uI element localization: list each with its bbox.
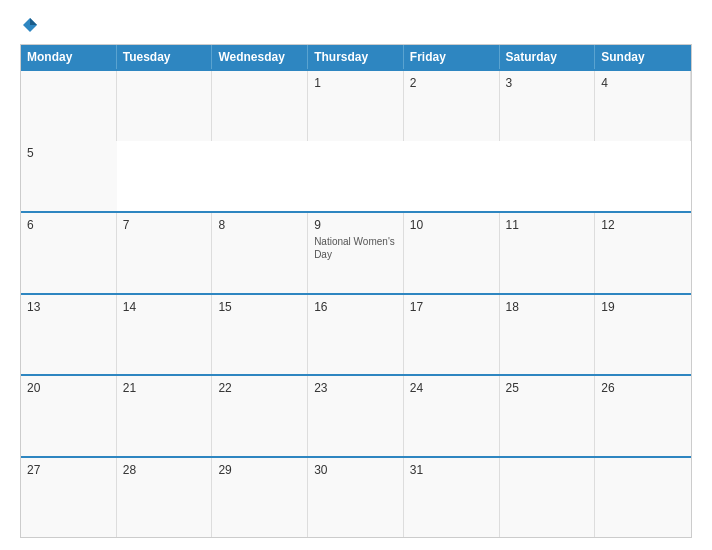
cal-cell: 1 <box>308 71 404 141</box>
page: MondayTuesdayWednesdayThursdayFridaySatu… <box>0 0 712 550</box>
cal-cell: 4 <box>595 71 691 141</box>
cal-cell: 11 <box>500 213 596 293</box>
cal-cell <box>21 71 117 141</box>
cal-cell: 31 <box>404 458 500 538</box>
cal-cell: 12 <box>595 213 691 293</box>
day-header-monday: Monday <box>21 45 117 69</box>
cal-cell: 10 <box>404 213 500 293</box>
day-number: 18 <box>506 300 589 314</box>
day-number: 15 <box>218 300 301 314</box>
day-header-saturday: Saturday <box>500 45 596 69</box>
cal-cell: 20 <box>21 376 117 456</box>
calendar: MondayTuesdayWednesdayThursdayFridaySatu… <box>20 44 692 538</box>
day-number: 19 <box>601 300 685 314</box>
cal-cell: 14 <box>117 295 213 375</box>
day-number: 11 <box>506 218 589 232</box>
cal-cell: 16 <box>308 295 404 375</box>
cal-cell: 15 <box>212 295 308 375</box>
day-number: 23 <box>314 381 397 395</box>
day-number: 1 <box>314 76 397 90</box>
day-header-tuesday: Tuesday <box>117 45 213 69</box>
day-number: 26 <box>601 381 685 395</box>
cal-cell: 29 <box>212 458 308 538</box>
cal-cell: 27 <box>21 458 117 538</box>
day-number: 12 <box>601 218 685 232</box>
logo <box>20 16 41 34</box>
week-row-2: 6789National Women's Day101112 <box>21 211 691 293</box>
svg-marker-1 <box>30 18 37 25</box>
day-number: 30 <box>314 463 397 477</box>
day-header-thursday: Thursday <box>308 45 404 69</box>
day-number: 6 <box>27 218 110 232</box>
logo-icon <box>21 16 39 34</box>
week-row-1: 12345 <box>21 69 691 211</box>
day-number: 17 <box>410 300 493 314</box>
header <box>20 16 692 34</box>
day-number: 7 <box>123 218 206 232</box>
cal-cell: 21 <box>117 376 213 456</box>
day-number: 4 <box>601 76 684 90</box>
cal-cell: 18 <box>500 295 596 375</box>
cal-cell: 25 <box>500 376 596 456</box>
cal-cell: 30 <box>308 458 404 538</box>
cal-cell: 23 <box>308 376 404 456</box>
cal-cell: 5 <box>21 141 117 211</box>
day-header-friday: Friday <box>404 45 500 69</box>
calendar-header: MondayTuesdayWednesdayThursdayFridaySatu… <box>21 45 691 69</box>
calendar-body: 123456789National Women's Day10111213141… <box>21 69 691 537</box>
day-number: 28 <box>123 463 206 477</box>
day-header-sunday: Sunday <box>595 45 691 69</box>
cal-cell <box>117 71 213 141</box>
day-number: 27 <box>27 463 110 477</box>
week-row-3: 13141516171819 <box>21 293 691 375</box>
cal-cell: 24 <box>404 376 500 456</box>
cal-cell: 26 <box>595 376 691 456</box>
cal-cell: 17 <box>404 295 500 375</box>
day-number: 22 <box>218 381 301 395</box>
cal-cell: 7 <box>117 213 213 293</box>
day-number: 16 <box>314 300 397 314</box>
day-header-wednesday: Wednesday <box>212 45 308 69</box>
cal-cell: 13 <box>21 295 117 375</box>
day-number: 3 <box>506 76 589 90</box>
cal-cell: 6 <box>21 213 117 293</box>
cal-cell <box>212 71 308 141</box>
day-number: 2 <box>410 76 493 90</box>
day-number: 29 <box>218 463 301 477</box>
day-number: 13 <box>27 300 110 314</box>
day-number: 8 <box>218 218 301 232</box>
cal-cell: 2 <box>404 71 500 141</box>
week-row-4: 20212223242526 <box>21 374 691 456</box>
day-number: 31 <box>410 463 493 477</box>
day-number: 21 <box>123 381 206 395</box>
event-label: National Women's Day <box>314 235 397 261</box>
cal-cell: 28 <box>117 458 213 538</box>
day-number: 10 <box>410 218 493 232</box>
cal-cell: 22 <box>212 376 308 456</box>
week-row-5: 2728293031 <box>21 456 691 538</box>
cal-cell: 3 <box>500 71 596 141</box>
day-number: 14 <box>123 300 206 314</box>
cal-cell: 8 <box>212 213 308 293</box>
day-number: 20 <box>27 381 110 395</box>
cal-cell <box>595 458 691 538</box>
cal-cell <box>500 458 596 538</box>
cal-cell: 19 <box>595 295 691 375</box>
day-number: 5 <box>27 146 111 160</box>
day-number: 9 <box>314 218 397 232</box>
day-number: 25 <box>506 381 589 395</box>
day-number: 24 <box>410 381 493 395</box>
cal-cell: 9National Women's Day <box>308 213 404 293</box>
